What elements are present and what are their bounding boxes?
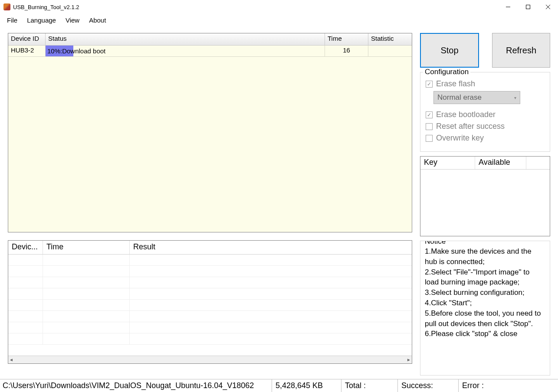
reset-after-checkbox [426,123,433,130]
col-device-id[interactable]: Device ID [8,33,46,45]
notice-line: 5.Before close the tool, you need to pul… [425,308,545,329]
horizontal-scrollbar[interactable]: ◄ ► [8,356,412,363]
status-path: C:\Users\Yuri\Downloads\VIM2_DualOS_Noug… [1,379,272,392]
scroll-left-icon[interactable]: ◄ [9,357,13,362]
result-table: Devic... Time Result ◄ ► [8,240,412,364]
key-table: Key Available [420,156,550,236]
status-success: Success: [397,379,458,392]
erase-bootloader-label: Erase bootloader [436,110,496,119]
col-available[interactable]: Available [475,157,526,169]
col-blank [526,157,550,169]
result-table-header: Devic... Time Result [8,241,412,255]
menu-file[interactable]: File [3,16,22,25]
result-row [8,255,412,266]
chevron-down-icon: ▾ [514,95,516,100]
col-status[interactable]: Status [46,33,325,45]
col-statistic[interactable]: Statistic [368,33,412,45]
window-title: USB_Burning_Tool_v2.1.2 [13,4,498,10]
overwrite-key-option: Overwrite key [426,134,545,143]
erase-flash-option: ✓ Erase flash [426,79,545,88]
notice-line: 1.Make sure the devices and the hub is c… [425,246,545,267]
result-row [8,288,412,300]
progress-text: 10%:Download boot [46,47,105,55]
scroll-right-icon[interactable]: ► [407,357,411,362]
notice-line: 4.Click "Start"; [425,298,545,308]
col-time[interactable]: Time [325,33,368,45]
col-result-result[interactable]: Result [130,241,412,254]
notice-title: Notice [423,241,447,247]
menu-view[interactable]: View [61,16,84,25]
result-row [8,322,412,333]
notice-box: Notice 1.Make sure the devices and the h… [420,241,550,376]
erase-mode-value: Normal erase [437,93,482,102]
svg-rect-1 [526,5,530,9]
device-status-cell: 10%:Download boot [46,46,325,56]
refresh-button[interactable]: Refresh [492,33,550,68]
result-row [8,266,412,277]
menu-language[interactable]: Language [23,16,60,25]
configuration-title: Configuration [423,68,470,76]
device-stat-cell [368,46,412,56]
reset-after-option: Reset after success [426,122,545,131]
col-result-time[interactable]: Time [43,241,130,254]
notice-line: 2.Select "File"-"Import image" to load b… [425,267,545,288]
maximize-button[interactable] [518,0,538,14]
reset-after-label: Reset after success [436,122,505,131]
device-time-cell: 16 [325,46,368,56]
configuration-group: Configuration ✓ Erase flash Normal erase… [420,72,550,152]
erase-flash-label: Erase flash [436,79,475,88]
key-table-header: Key Available [420,157,550,170]
erase-flash-checkbox: ✓ [426,81,433,88]
col-result-device[interactable]: Devic... [8,241,43,254]
statusbar: C:\Users\Yuri\Downloads\VIM2_DualOS_Noug… [0,379,558,392]
device-table: Device ID Status Time Statistic HUB3-2 1… [8,33,412,232]
status-size: 5,428,645 KB [272,379,341,392]
app-icon [3,3,10,10]
menubar: File Language View About [0,14,558,26]
result-row [8,277,412,288]
notice-line: 3.Select burning configuration; [425,287,545,298]
overwrite-key-label: Overwrite key [436,134,484,143]
erase-bootloader-checkbox: ✓ [426,111,433,118]
minimize-button[interactable] [498,0,518,14]
result-row [8,300,412,311]
notice-line: 6.Please click "stop" & close [425,329,545,339]
stop-button[interactable]: Stop [420,33,479,68]
result-row [8,311,412,322]
erase-mode-combo: Normal erase ▾ [433,91,520,104]
titlebar: USB_Burning_Tool_v2.1.2 [0,0,558,14]
col-key[interactable]: Key [420,157,475,169]
device-id-cell: HUB3-2 [8,46,46,56]
close-button[interactable] [538,0,558,14]
menu-about[interactable]: About [85,16,110,25]
status-total: Total : [341,379,397,392]
result-row [8,333,412,345]
erase-bootloader-option: ✓ Erase bootloader [426,110,545,119]
device-row[interactable]: HUB3-2 10%:Download boot 16 [8,46,412,57]
device-table-header: Device ID Status Time Statistic [8,33,412,46]
status-error: Error : [458,379,558,392]
overwrite-key-checkbox [426,135,433,142]
